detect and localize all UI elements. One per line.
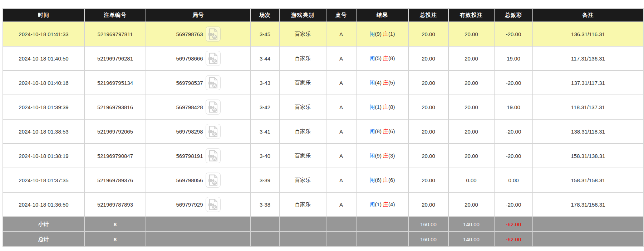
cell-total-bet: 20.00 — [409, 193, 448, 216]
cell-payout: -20.00 — [495, 144, 532, 168]
cell-session: 3-45 — [251, 22, 279, 46]
column-header-result: 结果 — [357, 9, 408, 21]
cell-valid-bet: 20.00 — [449, 47, 494, 70]
column-header-session: 场次 — [251, 9, 279, 21]
video-record-icon — [208, 150, 218, 161]
cell-total-bet: 20.00 — [409, 120, 448, 143]
result-banker-score: (1) — [388, 31, 395, 37]
result-player-score: (1) — [375, 201, 382, 207]
cell-bet-id: 521969793816 — [85, 95, 146, 119]
video-record-icon-button[interactable] — [206, 75, 221, 90]
cell-table-no: A — [326, 71, 356, 95]
cell-bet-id: 521969792065 — [85, 120, 146, 143]
video-record-icon-button[interactable] — [206, 124, 221, 139]
cell-total-bet: 20.00 — [409, 144, 448, 168]
column-header-valid_bet: 有效投注 — [449, 9, 494, 21]
cell-remark: 117.31/136.31 — [533, 47, 643, 70]
video-record-icon — [208, 77, 218, 88]
cell-bet-id: 521969797811 — [85, 22, 146, 46]
result-banker-score: (6) — [388, 128, 395, 134]
cell-summary-valid-bet: 140.00 — [449, 217, 494, 231]
cell-payout: -20.00 — [495, 120, 532, 143]
video-record-icon-button[interactable] — [206, 100, 221, 115]
bet-record-row: 2024-10-18 01:37:35521969789376569798056… — [3, 168, 643, 192]
result-player-score: (8) — [375, 128, 382, 134]
result-player: 闲 — [370, 177, 375, 183]
column-header-total_bet: 总投注 — [409, 9, 448, 21]
cell-session: 3-39 — [251, 168, 279, 192]
cell-bet-id: 521969790847 — [85, 144, 146, 168]
video-record-icon-button[interactable] — [206, 148, 221, 163]
result-player: 闲 — [370, 79, 375, 86]
cell-valid-bet: 20.00 — [449, 144, 494, 168]
result-player-score: (9) — [375, 153, 382, 159]
result-player: 闲 — [370, 153, 375, 159]
bet-record-row: 2024-10-18 01:41:33521969797811569798763… — [3, 22, 643, 46]
cell-summary-payout: -62.00 — [495, 217, 532, 231]
result-player-score: (9) — [375, 31, 382, 37]
video-record-icon — [208, 199, 218, 210]
column-header-round_id: 局号 — [146, 9, 250, 21]
result-banker-score: (4) — [388, 201, 395, 207]
cell-total-bet: 20.00 — [409, 71, 448, 95]
cell-table-no: A — [326, 144, 356, 168]
cell-session: 3-42 — [251, 95, 279, 119]
video-record-icon — [208, 126, 218, 137]
round-id-value: 569798666 — [176, 55, 203, 62]
video-record-icon-button[interactable] — [206, 51, 221, 66]
cell-empty-game — [280, 232, 326, 246]
cell-time: 2024-10-18 01:37:35 — [3, 168, 84, 192]
cell-result: 闲(9) 庄(3) — [357, 144, 408, 168]
round-id-value: 569798537 — [176, 80, 203, 86]
cell-total-bet: 20.00 — [409, 22, 448, 46]
round-id-value: 569798056 — [176, 177, 203, 183]
cell-summary-valid-bet: 140.00 — [449, 232, 494, 246]
cell-summary-payout: -62.00 — [495, 232, 532, 246]
cell-round-id: 569798666 — [146, 47, 250, 70]
cell-game: 百家乐 — [280, 144, 326, 168]
cell-remark: 118.31/137.31 — [533, 95, 643, 119]
cell-summary-total-bet: 160.00 — [409, 217, 448, 231]
video-record-icon-button[interactable] — [206, 26, 221, 42]
result-banker-score: (8) — [388, 104, 395, 110]
cell-result: 闲(5) 庄(8) — [357, 47, 408, 70]
round-id-value: 569798191 — [176, 153, 203, 159]
cell-session: 3-41 — [251, 120, 279, 143]
cell-remark: 137.31/117.31 — [533, 71, 643, 95]
cell-summary-count: 8 — [85, 232, 146, 246]
cell-game: 百家乐 — [280, 120, 326, 143]
round-id-value: 569798428 — [176, 104, 203, 110]
cell-valid-bet: 20.00 — [449, 22, 494, 46]
cell-empty-session — [251, 232, 279, 246]
bet-record-row: 2024-10-18 01:40:50521969796281569798666… — [3, 47, 643, 70]
round-id-value: 569798763 — [176, 31, 203, 37]
cell-summary-count: 8 — [85, 217, 146, 231]
cell-time: 2024-10-18 01:40:16 — [3, 71, 84, 95]
video-record-icon-button[interactable] — [206, 173, 221, 188]
result-player-score: (5) — [375, 55, 382, 61]
result-player: 闲 — [370, 128, 375, 134]
video-record-icon — [208, 101, 218, 113]
result-player: 闲 — [370, 104, 375, 110]
result-player-score: (4) — [375, 79, 382, 86]
cell-table-no: A — [326, 95, 356, 119]
cell-total-bet: 20.00 — [409, 168, 448, 192]
cell-empty-remark — [533, 232, 643, 246]
video-record-icon-button[interactable] — [206, 197, 221, 212]
result-banker-score: (6) — [388, 177, 395, 183]
cell-empty-remark — [533, 217, 643, 231]
round-id-value: 569798298 — [176, 129, 203, 135]
column-header-time: 时间 — [3, 9, 84, 21]
cell-session: 3-38 — [251, 193, 279, 216]
video-record-icon — [208, 28, 218, 40]
cell-session: 3-40 — [251, 144, 279, 168]
cell-bet-id: 521969789376 — [85, 168, 146, 192]
cell-summary-total-bet: 160.00 — [409, 232, 448, 246]
cell-round-id: 569798428 — [146, 95, 250, 119]
result-banker-score: (3) — [388, 153, 395, 159]
result-banker: 庄 — [383, 55, 388, 61]
cell-payout: -20.00 — [495, 193, 532, 216]
video-record-icon — [208, 53, 218, 64]
cell-time: 2024-10-18 01:39:39 — [3, 95, 84, 119]
cell-result: 闲(8) 庄(6) — [357, 120, 408, 143]
